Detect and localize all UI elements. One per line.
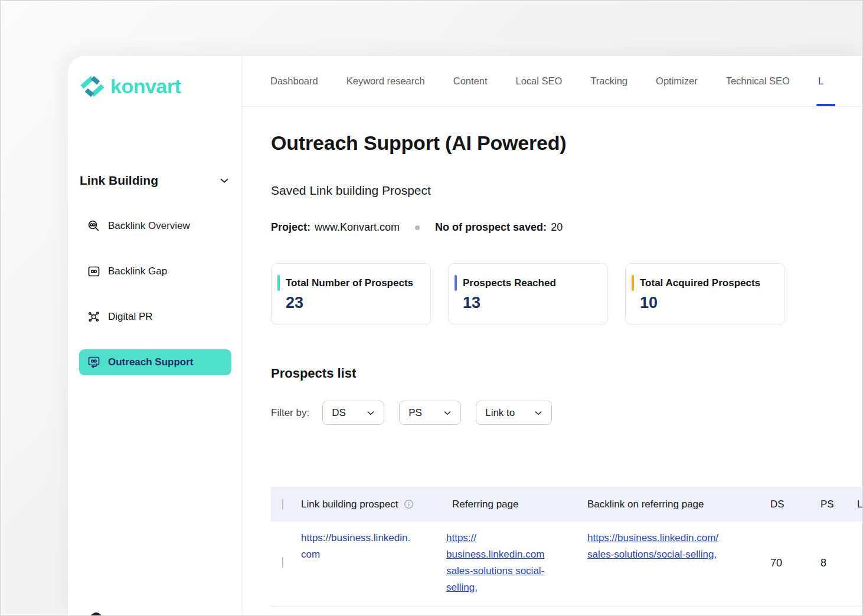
main-content: Outreach Support (AI Powered) Saved Link… xyxy=(243,56,863,616)
sidebar-item-label: Digital PR xyxy=(108,311,153,323)
table-row: https:// https:// https:// 72 9 xyxy=(271,607,863,616)
column-header-ds: DS xyxy=(766,499,816,510)
sidebar-item-outreach-support[interactable]: Outreach Support xyxy=(79,349,231,375)
sidebar-item-label: Outreach Support xyxy=(108,356,194,368)
project-meta-row: Project: www.Konvart.com No of prospect … xyxy=(271,221,563,234)
prospects-table: Link building prospect Referring page Ba… xyxy=(271,487,863,616)
chevron-down-icon xyxy=(533,408,544,418)
sidebar-section-label: Link Building xyxy=(80,173,158,188)
filter-dropdown-ds[interactable]: DS xyxy=(322,401,384,425)
table-header-row: Link building prospect Referring page Ba… xyxy=(271,487,863,522)
dropdown-value: PS xyxy=(408,407,422,419)
table-row: https://business.linkedin. com https:// … xyxy=(271,522,863,607)
sidebar-item-label: Backlink Overview xyxy=(108,220,190,232)
accent-bar xyxy=(632,275,634,291)
prospect-saved-value: 20 xyxy=(551,221,563,234)
row-checkbox[interactable] xyxy=(282,557,283,568)
column-header-backlink: Backlink on referring page xyxy=(587,499,766,510)
chevron-down-icon xyxy=(442,408,453,418)
sidebar-bottom-icon[interactable] xyxy=(90,612,102,616)
filter-dropdown-ps[interactable]: PS xyxy=(399,401,461,425)
brand-wordmark: konvart xyxy=(110,75,181,98)
info-icon[interactable] xyxy=(403,499,414,510)
window-link-reply-icon xyxy=(87,355,101,369)
column-header-prospect: Link building prospect xyxy=(301,499,446,510)
stat-label: Total Number of Prospects xyxy=(286,277,413,289)
accent-bar xyxy=(277,275,280,291)
page-title: Outreach Support (AI Powered) xyxy=(271,132,566,155)
stat-value: 23 xyxy=(286,294,420,312)
stat-label: Total Acquired Prospects xyxy=(640,277,760,289)
dropdown-value: Link to xyxy=(485,407,515,419)
filter-dropdown-link-to[interactable]: Link to xyxy=(476,401,552,425)
separator-dot xyxy=(415,225,420,230)
app-window: konvart Link Building Backlink Overview xyxy=(68,56,863,616)
ps-value: 8 xyxy=(816,557,855,569)
column-header-ps: PS xyxy=(816,499,855,510)
stat-value: 10 xyxy=(640,294,774,312)
magnifier-link-icon xyxy=(87,219,101,233)
prospects-list-heading: Prospects list xyxy=(271,366,356,381)
project-label: Project: xyxy=(271,221,310,234)
stat-label: Prospects Reached xyxy=(463,277,556,289)
dropdown-value: DS xyxy=(332,407,346,419)
filter-row: Filter by: DS PS Link to xyxy=(271,401,567,425)
accent-bar xyxy=(455,275,457,291)
brand-logo[interactable]: konvart xyxy=(79,74,181,99)
sidebar-item-backlink-overview[interactable]: Backlink Overview xyxy=(79,213,231,239)
stat-card-acquired-prospects: Total Acquired Prospects 10 xyxy=(625,263,785,325)
sidebar-item-digital-pr[interactable]: Digital PR xyxy=(79,304,231,330)
stats-cards: Total Number of Prospects 23 Prospects R… xyxy=(271,263,785,325)
backlink-link[interactable]: https://business.linkedin.com/ sales-sol… xyxy=(587,530,746,563)
sidebar-item-label: Backlink Gap xyxy=(108,266,167,277)
prospect-link[interactable]: https://business.linkedin. com xyxy=(301,530,428,563)
window-link-icon xyxy=(87,264,101,278)
referring-page-link[interactable]: https:// business.linkedin.com sales-sol… xyxy=(446,530,564,596)
sidebar-section-link-building[interactable]: Link Building xyxy=(80,173,231,188)
select-all-checkbox[interactable] xyxy=(282,499,283,510)
project-value: www.Konvart.com xyxy=(315,221,400,234)
stat-value: 13 xyxy=(463,294,597,312)
chevron-down-icon xyxy=(365,408,376,418)
chevron-down-icon xyxy=(218,174,231,187)
prospect-saved-label: No of prospect saved: xyxy=(435,221,547,234)
column-header-link-to: L xyxy=(855,499,863,510)
stat-card-prospects-reached: Prospects Reached 13 xyxy=(448,263,608,325)
sidebar: konvart Link Building Backlink Overview xyxy=(68,56,243,616)
sidebar-menu: Backlink Overview Backlink Gap xyxy=(79,213,231,375)
stat-card-total-prospects: Total Number of Prospects 23 xyxy=(271,263,431,325)
filter-by-label: Filter by: xyxy=(271,407,309,419)
brand-logo-icon xyxy=(79,74,106,99)
sidebar-item-backlink-gap[interactable]: Backlink Gap xyxy=(79,258,231,284)
column-header-referring-page: Referring page xyxy=(446,499,587,510)
network-nodes-icon xyxy=(87,310,101,324)
ds-value: 70 xyxy=(766,557,816,569)
page-subtitle: Saved Link building Prospect xyxy=(271,184,431,198)
